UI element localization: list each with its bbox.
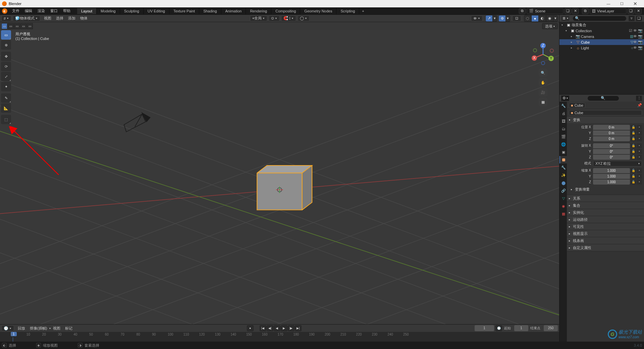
jump-start-button[interactable]: |◀	[260, 325, 266, 331]
tool-cursor[interactable]: ⊕	[1, 40, 11, 50]
render-icon[interactable]: 📷	[638, 34, 643, 39]
rotation-x-field[interactable]: 0°	[593, 143, 630, 148]
menu-file[interactable]: 文件	[9, 7, 22, 14]
outliner-item-light[interactable]: ▸☼Light○👁📷	[559, 45, 644, 51]
render-icon[interactable]: 📷	[638, 29, 643, 33]
select-mode-extend[interactable]: ▭	[8, 23, 14, 29]
outliner-editor-type[interactable]: ≣▾	[561, 15, 570, 21]
ptab-collection[interactable]: ▣	[559, 148, 567, 156]
shading-options-button[interactable]: ▾	[553, 15, 558, 22]
rotation-z-field[interactable]: 0°	[593, 155, 630, 160]
ptab-object[interactable]	[559, 156, 567, 163]
viewlayer-new-button[interactable]: ❏	[628, 8, 634, 14]
auto-keying-button[interactable]: ●	[247, 325, 254, 331]
scene-name-field[interactable]: 🎬Scene	[527, 8, 564, 14]
current-frame-field[interactable]: 1	[475, 325, 494, 331]
panel-header-visibility[interactable]: ▸可见性	[567, 223, 644, 230]
outliner-filter-button[interactable]: ▿	[628, 15, 635, 21]
panel-header-transform[interactable]: ▾变换	[567, 116, 644, 123]
ptab-constraints[interactable]: 🔗	[559, 187, 567, 194]
panel-header-motion[interactable]: ▸运动路径	[567, 216, 644, 223]
visibility-selector[interactable]: 👁▾	[471, 15, 483, 21]
menu-window[interactable]: 窗口	[48, 7, 60, 14]
jump-end-button[interactable]: ▶|	[295, 325, 302, 331]
workspace-tab-uv[interactable]: UV Editing	[144, 8, 169, 14]
eye-icon[interactable]: 👁	[633, 34, 637, 39]
workspace-tab-modeling[interactable]: Modeling	[97, 8, 120, 14]
scene-new-button[interactable]: ❏	[565, 8, 571, 14]
outliner-item-camera[interactable]: ▸📷Camera▥👁📷	[559, 34, 644, 39]
workspace-tab-scripting[interactable]: Scripting	[336, 8, 359, 14]
workspace-add-button[interactable]: +	[359, 8, 367, 14]
eye-icon[interactable]: 👁	[633, 29, 637, 33]
location-x-field[interactable]: 0 m	[593, 125, 630, 130]
editor-type-selector[interactable]: #▾	[1, 15, 11, 21]
nav-pan-button[interactable]: ✋	[539, 78, 547, 87]
workspace-tab-layout[interactable]: Layout	[77, 8, 97, 14]
tool-scale[interactable]: ⤢	[1, 72, 11, 81]
render-icon[interactable]: 📷	[638, 40, 643, 44]
outliner-search-input[interactable]: 🔍	[573, 16, 627, 21]
outliner-scene-collection[interactable]: ▾▣场景集合	[559, 22, 644, 28]
rotation-mode-field[interactable]: XYZ 欧拉▾	[593, 161, 642, 166]
start-frame-field[interactable]: 1	[514, 325, 528, 331]
ptab-render[interactable]: 🖨	[559, 110, 567, 117]
workspace-tab-compositing[interactable]: Compositing	[271, 8, 300, 14]
menu-render[interactable]: 渲染	[35, 7, 48, 14]
viewlayer-delete-button[interactable]: ✕	[635, 8, 642, 14]
play-button[interactable]: ▶	[281, 325, 287, 331]
tool-add-cube[interactable]: ⬚	[1, 115, 11, 124]
panel-header-custom[interactable]: ▸自定义属性	[567, 244, 644, 251]
nav-gizmo[interactable]: X Y Z	[531, 42, 555, 66]
timeline-body[interactable]	[0, 337, 559, 342]
checkbox-icon[interactable]: ☑	[629, 29, 632, 33]
transform-orientation-selector[interactable]: ⌖ 全局▾	[250, 15, 267, 21]
playhead-line[interactable]	[13, 337, 13, 342]
outliner-new-collection-button[interactable]: ❏	[636, 15, 642, 21]
ptab-data[interactable]: ▽	[559, 195, 567, 202]
eye-icon[interactable]: 👁	[633, 46, 637, 50]
ptab-viewlayer[interactable]: 🗂	[559, 125, 567, 133]
ptab-output[interactable]: 🖼	[559, 117, 567, 125]
render-icon[interactable]: 📷	[638, 46, 643, 50]
viewport-menu-view[interactable]: 视图	[42, 16, 54, 21]
rotation-y-field[interactable]: 0°	[593, 149, 630, 154]
timeline-editor-type[interactable]: 🕑▾	[1, 325, 14, 331]
ptab-tool[interactable]: 🔧	[559, 102, 567, 109]
select-mode-intersect[interactable]: ▭	[27, 23, 33, 29]
tool-measure[interactable]: 📐	[1, 103, 11, 113]
show-gizmo-button[interactable]: ↗	[485, 15, 493, 22]
mode-selector[interactable]: 🧊 物体模式▾	[13, 15, 40, 21]
window-close-button[interactable]: ✕	[629, 1, 642, 6]
panel-header-lineart[interactable]: ▸线条画	[567, 237, 644, 244]
ptab-modifiers[interactable]: 🔧	[559, 164, 567, 171]
timeline-ruler[interactable]: 1 01020304050607080901001101201301401501…	[0, 332, 559, 337]
scene-browse-button[interactable]: ⧉	[519, 8, 526, 14]
nav-perspective-button[interactable]: ▦	[539, 98, 547, 106]
proportional-edit-selector[interactable]: ◯▾	[298, 15, 310, 21]
panel-header-instancing[interactable]: ▸实例化	[567, 209, 644, 216]
breadcrumb-object[interactable]: ■Cube	[569, 103, 585, 108]
lock-icon[interactable]: 🔓	[631, 125, 636, 130]
tool-box-select[interactable]: ▭	[1, 30, 11, 40]
keyframe-prev-button[interactable]: ◀|	[267, 325, 273, 331]
outliner-item-cube[interactable]: ▸▽Cube▽👁📷	[559, 39, 644, 45]
timeline-menu-playback[interactable]: 回放	[15, 326, 28, 331]
ptab-particles[interactable]: ✨	[559, 171, 567, 179]
panel-header-delta[interactable]: ▸变换增量	[569, 186, 642, 193]
anim-icon[interactable]: •	[637, 125, 642, 130]
workspace-tab-texpaint[interactable]: Texture Paint	[169, 8, 199, 14]
outliner-tree[interactable]: ▾▣场景集合 ▾▣Collection☑👁📷 ▸📷Camera▥👁📷 ▸▽Cub…	[559, 22, 644, 94]
select-mode-invert[interactable]: ▭	[20, 23, 26, 29]
tool-annotate[interactable]: ✎	[1, 93, 11, 103]
properties-search-input[interactable]: 🔍	[587, 96, 619, 101]
panel-header-viewport[interactable]: ▸视图显示	[567, 230, 644, 237]
select-mode-default[interactable]: ▭	[1, 23, 7, 29]
shading-solid-button[interactable]: ●	[531, 15, 539, 22]
workspace-tab-rendering[interactable]: Rendering	[246, 8, 271, 14]
ptab-scene[interactable]: 🎬	[559, 133, 567, 140]
play-reverse-button[interactable]: ◀	[274, 325, 280, 331]
eye-icon[interactable]: 👁	[633, 40, 637, 44]
xray-toggle-button[interactable]: ⊡	[512, 15, 521, 21]
timeline-menu-keying[interactable]: 抠像(插帧)	[28, 326, 49, 331]
